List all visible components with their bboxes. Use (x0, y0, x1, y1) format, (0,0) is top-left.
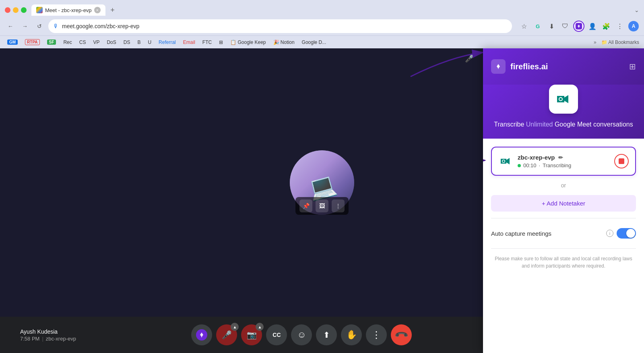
bookmark-gm[interactable]: GM (5, 39, 20, 46)
bookmark-b[interactable]: B (135, 39, 143, 46)
svg-point-5 (559, 98, 562, 100)
edit-icon[interactable]: ✏ (558, 154, 563, 161)
bookmark-ftc[interactable]: FTC (200, 39, 214, 46)
meeting-card-title: zbc-xrep-evp ✏ (518, 154, 609, 161)
camera-chevron-up[interactable]: ▲ (256, 323, 264, 331)
captions-button[interactable]: CC (266, 324, 287, 345)
main-content: 🎤 💻 📌 🖼 ⋮ (0, 48, 644, 353)
refresh-button[interactable]: ↺ (34, 21, 45, 32)
auto-capture-toggle[interactable] (617, 228, 636, 239)
stop-icon (619, 158, 624, 164)
fireflies-bottom-button[interactable] (191, 324, 212, 345)
bookmark-notion[interactable]: 🎉 Notion (271, 39, 297, 46)
panel-body: zbc-xrep-evp ✏ 00:10 · Transcribing (483, 139, 644, 353)
meet-card-favicon (498, 154, 513, 168)
url-text[interactable]: meet.google.com/zbc-xrep-evp (62, 23, 507, 29)
meeting-card-status: 00:10 · Transcribing (518, 162, 609, 168)
camera-control-wrap: 📷 ▲ (241, 324, 262, 345)
more-options-icon[interactable]: ⋮ (614, 21, 625, 32)
bookmark-u[interactable]: U (145, 39, 154, 46)
new-tab-button[interactable]: + (107, 4, 118, 16)
close-traffic-light[interactable] (5, 7, 10, 13)
settings-icon[interactable]: ⊞ (629, 62, 636, 71)
sf-badge: SF (47, 39, 56, 45)
raise-hand-button[interactable]: ✋ (341, 324, 362, 345)
tab-favicon (36, 7, 43, 13)
separator: | (42, 336, 43, 342)
mic-control-wrap: 🎤 ▲ (216, 324, 237, 345)
transcribing-label: Transcribing (543, 162, 571, 168)
extensions-icon[interactable]: 🧩 (601, 21, 612, 32)
user-name: Ayush Kudesia (20, 328, 76, 335)
grammarly-icon[interactable]: G (532, 21, 543, 32)
shield-icon[interactable]: 🛡 (559, 21, 571, 32)
traffic-lights (5, 7, 27, 13)
bookmark-cs[interactable]: CS (77, 39, 89, 46)
card-arrow-annotation (483, 148, 491, 174)
hero-text: Transcribe Unlimited Google Meet convers… (494, 120, 633, 129)
bookmark-google-keep[interactable]: 📋 Google Keep (228, 39, 268, 46)
forward-button[interactable]: → (19, 21, 31, 32)
bookmark-ds[interactable]: DS (121, 39, 133, 46)
address-bar[interactable]: 🎙 meet.google.com/zbc-xrep-evp (48, 19, 512, 33)
bookmark-apps-icon[interactable]: ⊞ (217, 39, 225, 46)
add-notetaker-button[interactable]: + Add Notetaker (491, 195, 636, 212)
hero-before: Transcribe (494, 121, 526, 128)
more-options-button[interactable]: ⋮ (366, 324, 387, 345)
mic-icon: 🎙 (53, 23, 59, 29)
download-icon[interactable]: ⬇ (546, 21, 557, 32)
hero-highlight: Unlimited (526, 121, 553, 128)
avatar-icon[interactable]: A (628, 21, 639, 32)
bookmark-google-drive[interactable]: Google D... (299, 39, 329, 46)
add-notetaker-label: + Add Notetaker (542, 200, 585, 207)
meeting-title-text: zbc-xrep-evp (518, 154, 555, 161)
pin-button[interactable]: 📌 (299, 199, 312, 212)
bookmark-star-icon[interactable]: ☆ (518, 21, 530, 32)
bookmark-rec[interactable]: Rec (61, 39, 74, 46)
snapshot-button[interactable]: 🖼 (316, 199, 328, 212)
mic-chevron-up[interactable]: ▲ (231, 323, 239, 331)
meeting-card-info: zbc-xrep-evp ✏ 00:10 · Transcribing (518, 154, 609, 168)
panel-hero: Transcribe Unlimited Google Meet convers… (483, 85, 644, 139)
auto-capture-label: Auto capture meetings (491, 230, 603, 237)
divider (491, 218, 636, 218)
user-info: Ayush Kudesia 7:58 PM | zbc-xrep-evp (20, 328, 76, 342)
more-participant-button[interactable]: ⋮ (332, 199, 345, 212)
bookmark-rtpa[interactable]: RTPA (23, 38, 42, 46)
end-call-button[interactable]: 📞 (387, 320, 417, 350)
bookmark-dos[interactable]: DoS (104, 39, 118, 46)
bookmarks-more: » 📁 All Bookmarks (594, 39, 639, 45)
tab-close-btn[interactable]: × (94, 7, 101, 13)
rtpa-badge: RTPA (25, 39, 39, 45)
present-button[interactable]: ⬆ (316, 324, 337, 345)
hero-after: Google Meet conversations (553, 121, 633, 128)
bookmark-vp[interactable]: VP (91, 39, 102, 46)
bookmark-email[interactable]: Email (181, 39, 198, 46)
meet-controls: 🎤 ▲ 📷 ▲ CC ☺ ⬆ ✋ (191, 324, 412, 345)
meeting-card-wrap: zbc-xrep-evp ✏ 00:10 · Transcribing (491, 147, 636, 176)
emoji-button[interactable]: ☺ (291, 324, 312, 345)
back-button[interactable]: ← (5, 21, 16, 32)
bookmark-referral[interactable]: Referral (156, 39, 178, 46)
active-tab[interactable]: Meet - zbc-xrep-evp × (31, 4, 105, 16)
fireflies-extension-icon[interactable] (573, 21, 584, 32)
or-divider: or (491, 182, 636, 189)
status-dot (518, 164, 521, 167)
gm-badge: GM (7, 39, 18, 45)
participant-controls: 📌 🖼 ⋮ (295, 197, 349, 215)
auto-capture-row: Auto capture meetings i (491, 225, 636, 242)
browser-action-icons: ☆ G ⬇ 🛡 👤 🧩 ⋮ A (518, 21, 639, 32)
status-separator: · (539, 162, 541, 168)
current-time: 7:58 PM (20, 336, 39, 342)
auto-capture-info-icon[interactable]: i (606, 230, 613, 237)
bookmark-sf[interactable]: SF (45, 39, 59, 46)
stop-recording-button[interactable] (614, 154, 629, 168)
tab-title: Meet - zbc-xrep-evp (45, 7, 92, 13)
divider-2 (491, 248, 636, 249)
fireflies-logo (491, 59, 506, 74)
maximize-traffic-light[interactable] (21, 7, 27, 13)
tab-bar: Meet - zbc-xrep-evp × + ⌄ (0, 0, 644, 17)
profile-icon[interactable]: 👤 (587, 21, 598, 32)
minimize-traffic-light[interactable] (13, 7, 19, 13)
time-meeting-info: 7:58 PM | zbc-xrep-evp (20, 336, 76, 342)
